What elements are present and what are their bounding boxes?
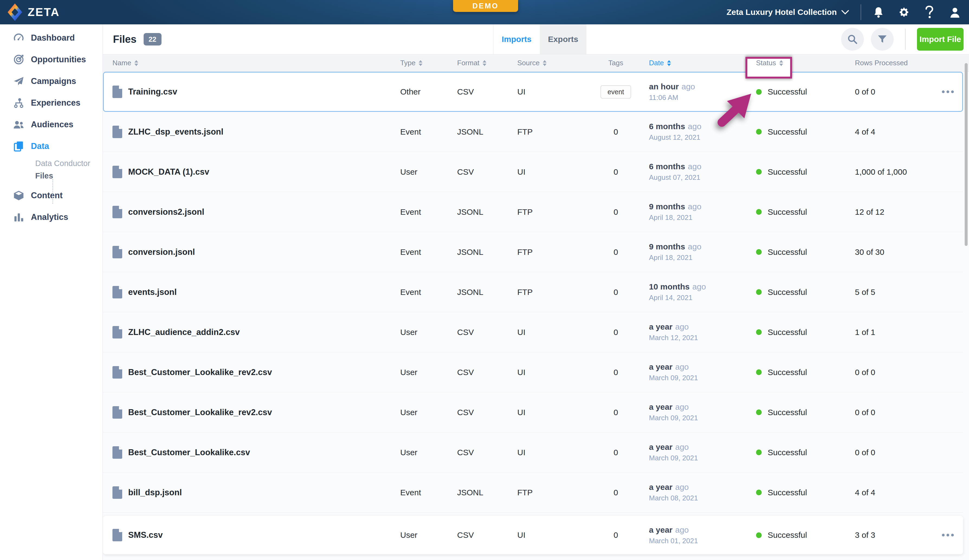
column-header-source[interactable]: Source: [513, 59, 583, 67]
file-icon: [112, 246, 122, 258]
tags-count: 0: [613, 448, 618, 457]
file-status: Successful: [748, 167, 847, 176]
row-menu-button[interactable]: [939, 531, 957, 539]
table-row[interactable]: ZLHC_dsp_events.jsonl Event JSONL FTP 0 …: [103, 112, 963, 152]
status-dot-icon: [756, 129, 762, 135]
file-icon: [112, 529, 122, 541]
tags-count: 0: [613, 530, 618, 540]
status-label: Successful: [768, 167, 807, 176]
column-header-date[interactable]: Date: [649, 59, 748, 67]
file-icon: [112, 126, 122, 138]
column-header-status[interactable]: Status: [748, 59, 847, 67]
file-type: Event: [396, 208, 453, 217]
table-row[interactable]: Best_Customer_Lookalike_rev2.csv User CS…: [103, 392, 963, 432]
file-format: CSV: [453, 327, 513, 337]
table-row[interactable]: ZLHC_audience_addin2.csv User CSV UI 0 a…: [103, 312, 963, 352]
file-date: a yearago March 01, 2021: [649, 525, 748, 545]
sidebar-item-data-conductor[interactable]: Data Conductor: [0, 157, 102, 169]
file-type: User: [396, 368, 453, 377]
table-row[interactable]: Best_Customer_Lookalike.csv User CSV UI …: [103, 432, 963, 472]
sidebar-item-dashboard[interactable]: Dashboard: [0, 27, 102, 49]
column-label: Status: [756, 59, 776, 67]
file-format: CSV: [453, 408, 513, 417]
column-header-name[interactable]: Name: [112, 59, 396, 67]
column-header-format[interactable]: Format: [453, 59, 513, 67]
import-file-button[interactable]: Import File: [917, 28, 964, 51]
table-row[interactable]: conversion.jsonl Event JSONL FTP 0 9 mon…: [103, 232, 963, 272]
date-absolute: April 18, 2021: [649, 253, 748, 262]
vertical-scrollbar-thumb[interactable]: [965, 63, 967, 246]
tab-exports[interactable]: Exports: [540, 24, 586, 54]
filter-button[interactable]: [871, 28, 894, 51]
date-absolute: April 14, 2021: [649, 294, 748, 302]
sort-icon: [667, 60, 671, 66]
sort-icon: [135, 60, 138, 66]
rows-processed: 5 of 5: [847, 287, 936, 297]
zeta-logo[interactable]: ZETA: [0, 3, 60, 22]
cube-icon: [13, 190, 24, 201]
column-header-tags[interactable]: Tags: [583, 59, 649, 67]
gear-icon[interactable]: [898, 6, 910, 18]
sidebar-item-data[interactable]: Data: [0, 135, 102, 157]
table-row[interactable]: conversions2.jsonl Event JSONL FTP 0 9 m…: [103, 192, 963, 232]
sidebar: Dashboard Opportunities Campaigns Experi…: [0, 24, 103, 560]
file-date: 9 monthsago April 18, 2021: [649, 202, 748, 222]
tab-imports[interactable]: Imports: [493, 24, 540, 54]
file-source: UI: [513, 327, 583, 337]
sidebar-item-content[interactable]: Content: [0, 184, 102, 206]
sidebar-item-experiences[interactable]: Experiences: [0, 92, 102, 114]
sidebar-label: Files: [35, 171, 53, 180]
sidebar-item-analytics[interactable]: Analytics: [0, 206, 102, 228]
file-status: Successful: [748, 408, 847, 417]
help-icon[interactable]: [924, 6, 936, 18]
sidebar-item-campaigns[interactable]: Campaigns: [0, 70, 102, 92]
file-source: FTP: [513, 248, 583, 257]
table-row[interactable]: MOCK_DATA (1).csv User CSV UI 0 6 months…: [103, 152, 963, 192]
file-format: JSONL: [453, 248, 513, 257]
rows-processed: 3 of 3: [847, 530, 936, 540]
demo-badge: DEMO: [453, 0, 518, 12]
search-button[interactable]: [841, 28, 864, 51]
sidebar-label: Analytics: [31, 212, 68, 222]
date-ago-label: ago: [675, 442, 689, 451]
row-menu-button[interactable]: [939, 88, 957, 96]
file-type: Event: [396, 248, 453, 257]
file-date: an hourago 11:06 AM: [649, 82, 748, 102]
file-list: Training.csv Other CSV UI event an houra…: [103, 72, 969, 560]
column-header-type[interactable]: Type: [396, 59, 453, 67]
table-row[interactable]: Training.csv Other CSV UI event an houra…: [103, 72, 963, 112]
date-relative: 6 months: [649, 122, 685, 131]
file-date: a yearago March 09, 2021: [649, 442, 748, 462]
date-relative: a year: [649, 525, 673, 534]
sidebar-item-audiences[interactable]: Audiences: [0, 114, 102, 135]
tags-count: 0: [613, 287, 618, 297]
brand-name: ZETA: [28, 6, 60, 19]
file-date: a yearago March 08, 2021: [649, 483, 748, 502]
table-row[interactable]: SMS.csv User CSV UI 0 a yearago March 01…: [103, 516, 963, 554]
date-absolute: March 09, 2021: [649, 454, 748, 462]
user-icon[interactable]: [949, 6, 961, 18]
sidebar-item-files[interactable]: Files: [0, 169, 102, 182]
file-status: Successful: [748, 248, 847, 257]
tags-count: 0: [613, 368, 618, 377]
table-row[interactable]: events.jsonl Event JSONL FTP 0 10 months…: [103, 272, 963, 312]
sidebar-item-opportunities[interactable]: Opportunities: [0, 49, 102, 70]
file-name: SMS.csv: [128, 530, 163, 540]
search-icon: [847, 34, 858, 45]
table-row[interactable]: bill_dsp.jsonl Event JSONL FTP 0 a yeara…: [103, 472, 963, 513]
file-type: User: [396, 530, 453, 540]
file-format: JSONL: [453, 287, 513, 297]
account-name: Zeta Luxury Hotel Collection: [726, 8, 837, 17]
sidebar-subtree-line: [52, 179, 53, 204]
status-label: Successful: [768, 327, 807, 337]
status-dot-icon: [756, 169, 762, 174]
files-count-badge: 22: [143, 33, 162, 45]
bell-icon[interactable]: [872, 6, 884, 18]
table-row[interactable]: Best_Customer_Lookalike_rev2.csv User CS…: [103, 352, 963, 392]
file-source: UI: [513, 408, 583, 417]
date-ago-label: ago: [688, 202, 701, 211]
status-label: Successful: [768, 408, 807, 417]
sidebar-label: Dashboard: [31, 33, 75, 43]
account-switcher[interactable]: Zeta Luxury Hotel Collection: [726, 8, 849, 17]
file-date: a yearago March 09, 2021: [649, 402, 748, 422]
